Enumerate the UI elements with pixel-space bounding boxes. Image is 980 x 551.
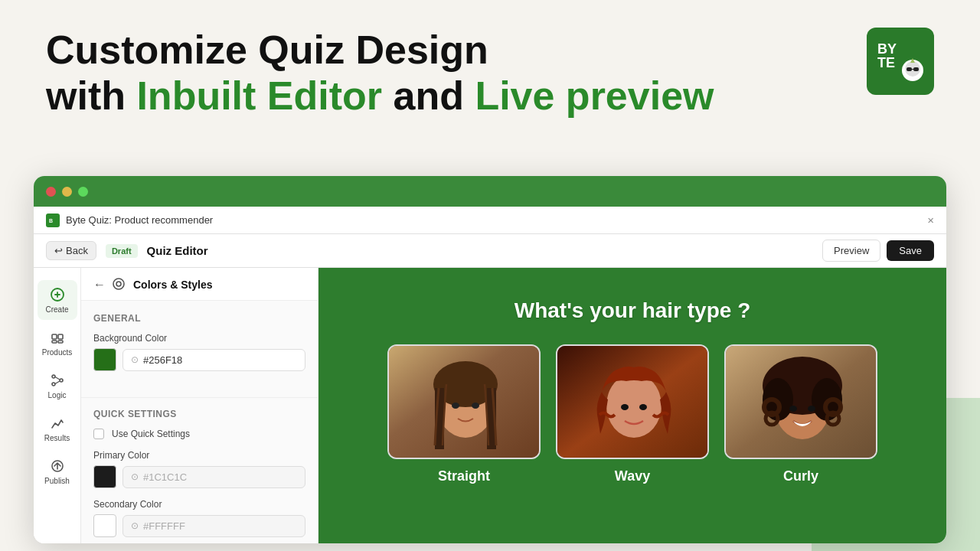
svg-rect-11 xyxy=(52,334,57,339)
primary-color-input[interactable]: ⊙ #1C1C1C xyxy=(122,466,305,488)
svg-text:BY: BY xyxy=(877,41,897,57)
svg-point-17 xyxy=(52,383,55,386)
byte-logo-icon: BY TE xyxy=(873,34,928,89)
browser-toolbar xyxy=(34,176,946,207)
app-nav-right: Preview Save xyxy=(822,240,934,262)
svg-point-15 xyxy=(52,375,55,378)
sidebar-item-publish[interactable]: Publish xyxy=(38,452,77,491)
publish-icon xyxy=(49,458,66,474)
svg-point-28 xyxy=(472,403,479,409)
app-nav: ↩ Back Draft Quiz Editor Preview Save xyxy=(34,234,946,268)
panel-settings-icon xyxy=(112,277,127,292)
sidebar-item-logic[interactable]: Logic xyxy=(38,366,77,406)
sidebar-products-label: Products xyxy=(42,348,72,357)
draft-badge: Draft xyxy=(106,244,138,258)
panel-general-section: General Background Color ⊙ #256F18 xyxy=(81,301,318,394)
quiz-option-curly[interactable]: Curly xyxy=(724,344,877,484)
quiz-option-straight-image xyxy=(387,344,541,459)
app-icon: B xyxy=(46,214,60,227)
primary-color-swatch[interactable] xyxy=(93,465,116,488)
secondary-color-swatch[interactable] xyxy=(93,514,116,537)
title-highlight1: Inbuilt Editor xyxy=(136,73,382,118)
quick-settings-row: Use Quick Settings xyxy=(93,429,305,439)
results-icon xyxy=(49,415,66,432)
sidebar-publish-label: Publish xyxy=(44,477,70,485)
svg-point-27 xyxy=(452,403,459,409)
browser-dot-green[interactable] xyxy=(78,187,88,197)
title-middle: and xyxy=(382,73,475,118)
svg-point-19 xyxy=(113,279,124,289)
title-line1: Customize Quiz Design xyxy=(46,28,488,72)
panel-title: Colors & Styles xyxy=(133,279,212,291)
back-arrow-icon: ↩ xyxy=(54,245,63,256)
primary-color-label: Primary Color xyxy=(93,450,305,461)
app-body: Create Products xyxy=(34,268,946,543)
sidebar-item-results[interactable]: Results xyxy=(38,409,77,448)
close-button[interactable]: × xyxy=(927,214,934,227)
svg-rect-4 xyxy=(906,67,912,71)
svg-point-31 xyxy=(606,373,662,438)
save-button[interactable]: Save xyxy=(887,240,934,261)
quiz-option-wavy-label: Wavy xyxy=(615,468,650,484)
browser-window: B Byte Quiz: Product recommender × ↩ Bac… xyxy=(34,176,946,543)
create-icon xyxy=(49,286,66,303)
svg-point-32 xyxy=(621,404,629,410)
title-highlight2: Live preview xyxy=(475,73,714,118)
svg-rect-5 xyxy=(913,67,919,71)
hash-icon: ⊙ xyxy=(131,354,139,365)
svg-text:B: B xyxy=(49,218,53,223)
secondary-color-value: #FFFFFF xyxy=(143,520,185,532)
svg-rect-12 xyxy=(58,334,63,339)
app-window: B Byte Quiz: Product recommender × ↩ Bac… xyxy=(34,207,946,543)
hash-icon-2: ⊙ xyxy=(131,471,139,482)
svg-rect-14 xyxy=(58,341,63,343)
general-heading: General xyxy=(93,313,305,324)
app-titlebar-left: B Byte Quiz: Product recommender xyxy=(46,214,213,227)
browser-dot-yellow[interactable] xyxy=(62,187,72,197)
app-titlebar: B Byte Quiz: Product recommender × xyxy=(34,207,946,234)
quiz-option-wavy[interactable]: Wavy xyxy=(556,344,709,484)
page-title: Customize Quiz Design with Inbuilt Edito… xyxy=(46,28,934,119)
secondary-color-input[interactable]: ⊙ #FFFFFF xyxy=(122,515,305,537)
browser-dot-red[interactable] xyxy=(46,187,56,197)
sidebar-results-label: Results xyxy=(44,434,70,442)
primary-color-value: #1C1C1C xyxy=(143,471,187,483)
quiz-option-wavy-image xyxy=(556,344,709,459)
svg-point-20 xyxy=(116,282,121,286)
svg-point-16 xyxy=(60,379,63,382)
primary-color-row: ⊙ #1C1C1C xyxy=(93,465,305,488)
quick-settings-label: Use Quick Settings xyxy=(112,429,190,439)
quiz-option-straight[interactable]: Straight xyxy=(387,344,541,484)
colors-styles-panel: ← Colors & Styles General Background Col… xyxy=(81,268,318,543)
svg-rect-13 xyxy=(52,341,57,343)
preview-button[interactable]: Preview xyxy=(822,240,880,262)
panel-back-button[interactable]: ← xyxy=(93,278,106,292)
logo-badge: BY TE xyxy=(867,28,934,95)
quiz-editor-title: Quiz Editor xyxy=(147,244,208,257)
quick-settings-heading: Quick Settings xyxy=(93,409,305,419)
quick-settings-section: Quick Settings Use Quick Settings Primar… xyxy=(81,409,318,543)
divider-1 xyxy=(81,397,318,398)
page-header: Customize Quiz Design with Inbuilt Edito… xyxy=(0,0,980,138)
app-nav-left: ↩ Back Draft Quiz Editor xyxy=(46,241,208,260)
sidebar-item-create[interactable]: Create xyxy=(38,280,77,320)
svg-point-44 xyxy=(789,406,797,412)
bg-color-label: Background Color xyxy=(93,333,305,344)
svg-point-45 xyxy=(808,406,815,412)
bg-color-row: ⊙ #256F18 xyxy=(93,348,305,371)
sidebar-logic-label: Logic xyxy=(48,391,67,399)
logic-icon xyxy=(49,372,66,389)
bg-color-swatch[interactable] xyxy=(93,348,116,371)
app-titlebar-title: Byte Quiz: Product recommender xyxy=(66,214,213,226)
quick-settings-checkbox[interactable] xyxy=(93,429,104,439)
quiz-option-straight-label: Straight xyxy=(438,468,490,484)
panel-header: ← Colors & Styles xyxy=(81,268,318,301)
bg-color-input[interactable]: ⊙ #256F18 xyxy=(122,349,305,371)
svg-point-33 xyxy=(639,404,647,410)
title-prefix: with xyxy=(46,73,136,118)
hash-icon-3: ⊙ xyxy=(131,520,139,531)
secondary-color-label: Secondary Color xyxy=(93,499,305,510)
quiz-option-curly-label: Curly xyxy=(783,468,818,484)
sidebar-item-products[interactable]: Products xyxy=(38,323,77,363)
back-button[interactable]: ↩ Back xyxy=(46,241,96,260)
